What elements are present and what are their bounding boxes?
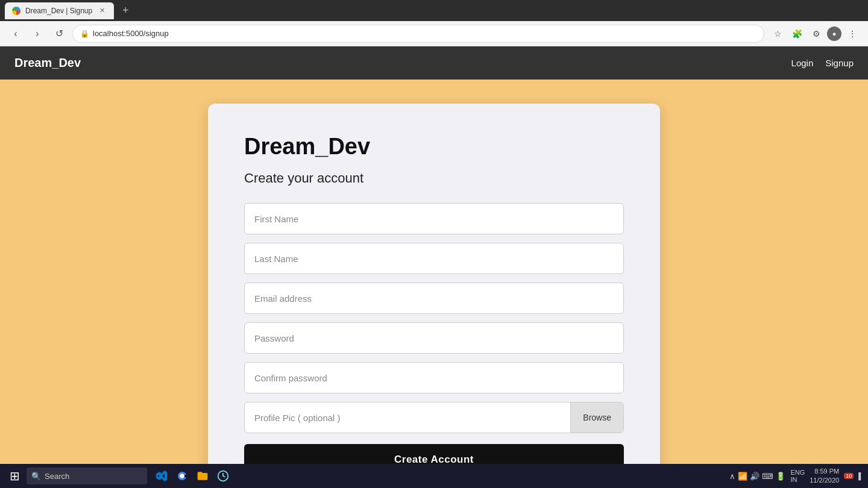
lock-icon: 🔒	[80, 30, 89, 38]
address-bar[interactable]: 🔒 localhost:5000/signup	[72, 25, 764, 43]
card-subtitle: Create your account	[244, 170, 624, 186]
keyboard-icon: ⌨	[762, 472, 773, 481]
taskbar-app-vscode[interactable]	[152, 466, 171, 486]
menu-icon[interactable]: ⋮	[844, 25, 861, 42]
email-input[interactable]	[244, 283, 624, 314]
time-display: 8:59 PM	[810, 467, 839, 476]
tab-close-button[interactable]: ✕	[97, 6, 107, 16]
bookmark-icon[interactable]: ☆	[769, 25, 786, 42]
language-indicator: ENGIN	[790, 469, 805, 483]
email-group	[244, 283, 624, 314]
confirm-password-input[interactable]	[244, 362, 624, 393]
search-label: Search	[45, 472, 69, 481]
settings-icon[interactable]: ⚙	[808, 25, 825, 42]
profile-pic-group: Profile Pic ( optional ) Browse	[244, 402, 624, 433]
card-title: Dream_Dev	[244, 134, 624, 160]
battery-icon: 🔋	[776, 472, 785, 481]
profile-avatar[interactable]: ●	[827, 27, 841, 41]
confirm-password-group	[244, 362, 624, 393]
start-button[interactable]: ⊞	[5, 466, 24, 486]
taskbar-right: ∧ 📶 🔊 ⌨ 🔋 ENGIN 8:59 PM 11/2/2020 10 ▌	[729, 467, 863, 486]
toolbar-icons: ☆ 🧩 ⚙ ● ⋮	[769, 25, 861, 42]
password-input[interactable]	[244, 322, 624, 354]
profile-pic-label: Profile Pic ( optional )	[245, 413, 570, 423]
system-clock: 8:59 PM 11/2/2020	[810, 467, 839, 486]
show-desktop-icon[interactable]: ▌	[858, 472, 863, 480]
signup-card: Dream_Dev Create your account Profile Pi…	[208, 104, 660, 488]
taskbar-app-clock[interactable]	[213, 466, 233, 486]
extensions-icon[interactable]: 🧩	[788, 25, 805, 42]
taskbar-app-files[interactable]	[193, 466, 212, 486]
file-input-row: Profile Pic ( optional ) Browse	[244, 402, 624, 433]
new-tab-button[interactable]: +	[118, 3, 133, 19]
tab-title: Dream_Dev | Signup	[25, 7, 92, 15]
page-background: Dream_Dev Create your account Profile Pi…	[0, 80, 868, 488]
speaker-icon: 🔊	[750, 472, 760, 481]
taskbar-system-icons: ∧ 📶 🔊 ⌨ 🔋	[729, 472, 785, 481]
svg-point-0	[180, 474, 184, 478]
app-brand: Dream_Dev	[14, 56, 81, 70]
taskbar-search[interactable]: 🔍 Search	[27, 468, 147, 484]
taskbar: ⊞ 🔍 Search ∧ 📶 🔊 ⌨ 🔋 ENGIN 8:59 PM 11/2/…	[0, 464, 868, 488]
back-button[interactable]: ‹	[7, 25, 24, 42]
nav-links: Login Signup	[791, 58, 854, 68]
notification-badge[interactable]: 10	[844, 473, 854, 479]
reload-button[interactable]: ↺	[51, 25, 68, 42]
browse-button[interactable]: Browse	[570, 402, 623, 433]
last-name-input[interactable]	[244, 243, 624, 274]
browser-tab[interactable]: Dream_Dev | Signup ✕	[5, 2, 114, 19]
browser-chrome: Dream_Dev | Signup ✕ +	[0, 0, 868, 21]
first-name-group	[244, 203, 624, 234]
taskbar-apps	[152, 466, 233, 486]
network-icon: 📶	[738, 472, 747, 481]
login-link[interactable]: Login	[791, 58, 814, 68]
last-name-group	[244, 243, 624, 274]
browser-toolbar: ‹ › ↺ 🔒 localhost:5000/signup ☆ 🧩 ⚙ ● ⋮	[0, 21, 868, 46]
app-navbar: Dream_Dev Login Signup	[0, 46, 868, 80]
taskbar-app-chrome[interactable]	[172, 466, 192, 486]
password-group	[244, 322, 624, 354]
signup-link[interactable]: Signup	[825, 58, 854, 68]
tab-favicon-icon	[12, 7, 20, 15]
first-name-input[interactable]	[244, 203, 624, 234]
forward-button[interactable]: ›	[29, 25, 46, 42]
chevron-up-icon[interactable]: ∧	[729, 472, 735, 481]
date-display: 11/2/2020	[810, 476, 839, 485]
address-text: localhost:5000/signup	[93, 29, 169, 38]
search-icon: 🔍	[31, 472, 41, 481]
